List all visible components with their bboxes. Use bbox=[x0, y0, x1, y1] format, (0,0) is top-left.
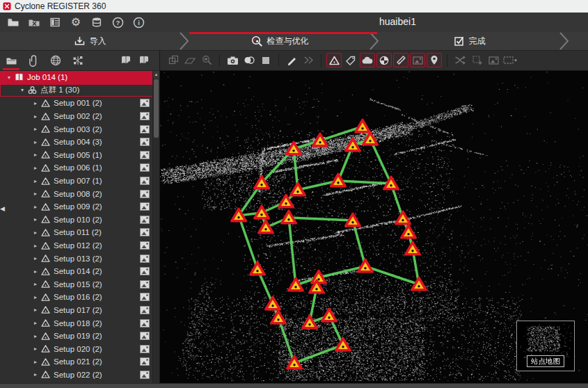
expand-caret-icon[interactable]: ▾ bbox=[19, 87, 26, 93]
storage-button[interactable] bbox=[88, 14, 106, 31]
tool-pie-chart[interactable] bbox=[376, 53, 392, 67]
setup-marker[interactable] bbox=[257, 219, 274, 234]
expand-caret-icon[interactable]: ▸ bbox=[32, 281, 39, 287]
thumbnail-icon[interactable] bbox=[140, 190, 150, 198]
tree-item-setup[interactable]: ▸ Setup 001 (2) bbox=[0, 97, 159, 110]
expand-caret-icon[interactable]: ▸ bbox=[32, 139, 39, 145]
scroll-up-button[interactable]: ▲ bbox=[153, 71, 159, 79]
tree-item-setup[interactable]: ▸ Setup 018 (2) bbox=[0, 316, 159, 330]
expand-caret-icon[interactable]: ▸ bbox=[32, 216, 39, 223]
setup-marker[interactable] bbox=[344, 212, 361, 227]
tree-item-setup[interactable]: ▸ Setup 011 (2) bbox=[0, 226, 159, 239]
setup-marker[interactable] bbox=[278, 193, 294, 209]
setup-marker[interactable] bbox=[253, 175, 270, 190]
sidebar-collapse-handle[interactable]: ◀ bbox=[0, 205, 5, 212]
sidebar-tab-web[interactable] bbox=[45, 51, 67, 70]
setup-marker[interactable] bbox=[253, 204, 270, 220]
thumbnail-icon[interactable] bbox=[140, 177, 150, 185]
thumbnail-icon[interactable] bbox=[140, 371, 150, 379]
tool-navigate[interactable] bbox=[301, 53, 316, 67]
expand-caret-icon[interactable]: ▸ bbox=[32, 100, 39, 106]
setup-marker[interactable] bbox=[344, 137, 361, 152]
thumbnail-icon[interactable] bbox=[140, 254, 150, 263]
expand-caret-icon[interactable]: ▸ bbox=[32, 152, 39, 158]
expand-caret-icon[interactable]: ▸ bbox=[32, 255, 39, 261]
tree-item-setup[interactable]: ▸ Setup 019 (2) bbox=[0, 330, 159, 343]
workflow-step-review[interactable]: 检查与优化 bbox=[189, 32, 370, 50]
tool-setup-markers[interactable] bbox=[326, 53, 342, 67]
setup-marker[interactable] bbox=[308, 279, 325, 294]
close-project-button[interactable] bbox=[25, 14, 43, 31]
tree-item-setup[interactable]: ▸ Setup 008 (2) bbox=[0, 187, 159, 200]
tree-item-setup[interactable]: ▸ Setup 014 (2) bbox=[0, 265, 159, 278]
tree-item-setup[interactable]: ▸ Setup 006 (1) bbox=[0, 161, 159, 175]
setup-marker[interactable] bbox=[383, 175, 399, 191]
settings-button[interactable]: ⚙ bbox=[67, 14, 85, 31]
thumbnail-icon[interactable] bbox=[140, 138, 150, 146]
scrollbar-thumb[interactable] bbox=[154, 79, 159, 138]
tree-item-setup[interactable]: ▸ Setup 010 (2) bbox=[0, 213, 159, 227]
tool-tags[interactable] bbox=[343, 53, 358, 67]
expand-caret-icon[interactable]: ▸ bbox=[32, 320, 39, 326]
setup-marker[interactable] bbox=[280, 209, 297, 225]
expand-caret-icon[interactable]: ▸ bbox=[32, 346, 39, 352]
tree-item-setup[interactable]: ▸ Setup 003 (2) bbox=[0, 122, 159, 136]
tool-geotags[interactable] bbox=[427, 53, 442, 67]
point-cloud-viewport[interactable]: 站点地图 bbox=[160, 71, 588, 383]
thumbnail-icon[interactable] bbox=[140, 267, 150, 275]
thumbnail-icon[interactable] bbox=[140, 345, 150, 353]
tree-item-setup[interactable]: ▸ Setup 015 (2) bbox=[0, 278, 159, 291]
setup-marker[interactable] bbox=[285, 140, 302, 156]
setup-marker[interactable] bbox=[330, 172, 347, 188]
expand-caret-icon[interactable]: ▸ bbox=[32, 113, 39, 120]
thumbnail-icon[interactable] bbox=[140, 216, 150, 224]
open-project-button[interactable] bbox=[4, 14, 22, 31]
tree-item-job[interactable]: ▾ Job 014 (1) bbox=[0, 71, 159, 84]
sidebar-tab-links[interactable] bbox=[67, 51, 89, 70]
expand-caret-icon[interactable]: ▸ bbox=[32, 165, 39, 171]
thumbnail-icon[interactable] bbox=[140, 112, 150, 120]
tool-image-adjust[interactable] bbox=[486, 53, 501, 67]
tree-item-setup[interactable]: ▸ Setup 004 (3) bbox=[0, 136, 159, 149]
expand-caret-icon[interactable]: ▸ bbox=[32, 229, 39, 236]
setup-marker[interactable] bbox=[335, 337, 351, 352]
info-button[interactable]: i bbox=[129, 14, 148, 31]
minimap[interactable]: 站点地图 bbox=[516, 321, 575, 371]
setup-marker[interactable] bbox=[395, 210, 411, 225]
close-job-button[interactable] bbox=[137, 54, 151, 67]
report-button[interactable] bbox=[46, 14, 64, 31]
tree-item-setup[interactable]: ▸ Setup 023 (2) bbox=[0, 381, 159, 383]
tree-item-setup[interactable]: ▸ Setup 022 (2) bbox=[0, 369, 159, 382]
tree-item-cluster[interactable]: ▾ 点群 1 (30) bbox=[0, 84, 153, 97]
tree-item-setup[interactable]: ▸ Setup 016 (2) bbox=[0, 291, 159, 304]
tool-ruler[interactable] bbox=[393, 53, 408, 67]
thumbnail-icon[interactable] bbox=[140, 99, 150, 107]
tool-color-modes[interactable] bbox=[241, 53, 257, 67]
workflow-step-finalize[interactable]: 完成 bbox=[379, 32, 559, 50]
thumbnail-icon[interactable] bbox=[140, 228, 150, 236]
sidebar-tab-project[interactable] bbox=[0, 51, 22, 70]
expand-caret-icon[interactable]: ▸ bbox=[32, 243, 39, 249]
tree-item-setup[interactable]: ▸ Setup 012 (2) bbox=[0, 239, 159, 252]
tree-item-setup[interactable]: ▸ Setup 009 (2) bbox=[0, 200, 159, 213]
thumbnail-icon[interactable] bbox=[140, 151, 150, 159]
tree-item-setup[interactable]: ▸ Setup 017 (2) bbox=[0, 304, 159, 317]
tree-item-setup[interactable]: ▸ Setup 020 (2) bbox=[0, 342, 159, 355]
workflow-step-import[interactable]: 导入 bbox=[0, 32, 180, 50]
tree-scrollbar[interactable]: ▲ bbox=[152, 71, 159, 383]
setup-marker[interactable] bbox=[270, 309, 287, 325]
sidebar-tab-attachments[interactable] bbox=[22, 51, 45, 70]
tool-links[interactable] bbox=[452, 53, 468, 67]
setup-marker[interactable] bbox=[287, 277, 304, 292]
thumbnail-icon[interactable] bbox=[140, 357, 150, 366]
tool-images[interactable] bbox=[410, 53, 425, 67]
help-button[interactable]: ? bbox=[109, 14, 127, 31]
expand-caret-icon[interactable]: ▸ bbox=[32, 359, 39, 365]
setup-marker[interactable] bbox=[230, 207, 247, 223]
tree-item-setup[interactable]: ▸ Setup 007 (1) bbox=[0, 175, 159, 188]
thumbnail-icon[interactable] bbox=[140, 202, 150, 211]
tool-duplicate-view[interactable] bbox=[166, 53, 181, 67]
expand-caret-icon[interactable]: ▸ bbox=[32, 191, 39, 197]
setup-marker[interactable] bbox=[404, 241, 421, 256]
thumbnail-icon[interactable] bbox=[140, 280, 150, 289]
